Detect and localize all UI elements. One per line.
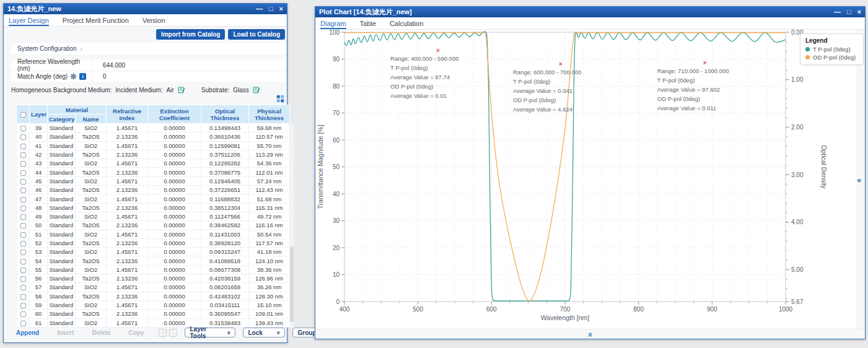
gear-icon[interactable]	[70, 73, 77, 80]
table-row[interactable]: 50StandardTa2O52.132360.000000.384625821…	[17, 221, 290, 230]
table-cell[interactable]: 2.13236	[107, 168, 148, 176]
table-cell[interactable]: 2.13236	[107, 133, 148, 141]
table-cell[interactable]: 109.01 nm	[249, 310, 290, 318]
table-cell[interactable]: 0.13498443	[201, 124, 249, 133]
tab-layer-design[interactable]: Layer Design	[9, 14, 49, 26]
table-cell[interactable]: 0.36095547	[201, 310, 249, 318]
table-cell[interactable]: Standard	[48, 248, 76, 256]
table-cell[interactable]: Standard	[48, 124, 76, 133]
table-cell[interactable]: Ta2O5	[76, 238, 107, 247]
table-cell[interactable]: Standard	[48, 186, 76, 194]
table-cell[interactable]: Ta2O5	[76, 133, 107, 141]
table-row[interactable]: 49StandardSiO21.456710.000000.1124756649…	[17, 212, 290, 220]
table-cell[interactable]: 0.42483102	[201, 292, 249, 300]
table-cell[interactable]: Standard	[48, 159, 76, 168]
table-cell[interactable]: 2.13236	[107, 310, 148, 318]
table-cell[interactable]: 0.00000	[148, 248, 201, 256]
table-cell[interactable]: 1.45671	[107, 283, 148, 292]
table-cell[interactable]: 55.70 nm	[249, 141, 290, 150]
table-cell[interactable]: 2.13236	[107, 203, 148, 212]
table-cell[interactable]: 0.00000	[148, 203, 201, 212]
table-cell[interactable]: 40	[30, 133, 48, 141]
table-cell[interactable]: 0.36610436	[201, 133, 249, 141]
table-cell[interactable]: 44	[30, 168, 48, 176]
row-checkbox[interactable]	[20, 259, 26, 264]
table-cell[interactable]: 2.13236	[107, 274, 148, 283]
table-cell[interactable]: SiO2	[76, 124, 107, 133]
table-row[interactable]: 45StandardSiO21.456710.000000.1294640557…	[17, 176, 290, 185]
collapse-panel-left-icon[interactable]: «	[857, 175, 861, 184]
table-cell[interactable]: 39	[30, 124, 48, 133]
col-header-physical-thickness[interactable]: Physical Thickness	[249, 105, 290, 124]
table-cell[interactable]: 2.13236	[107, 221, 148, 230]
table-cell[interactable]: Standard	[48, 194, 76, 203]
table-cell[interactable]: 0.12295282	[201, 159, 249, 168]
row-checkbox[interactable]	[20, 161, 26, 167]
edit-substrate-icon[interactable]	[253, 86, 260, 94]
legend-entry[interactable]: T P-pol (0deg)	[805, 46, 858, 53]
table-cell[interactable]: 2.13236	[107, 150, 148, 159]
row-checkbox[interactable]	[20, 294, 26, 300]
table-row[interactable]: 47StandardSiO21.456710.000000.1168883251…	[17, 194, 290, 203]
table-cell[interactable]: 58	[30, 292, 48, 300]
table-cell[interactable]: 0.00000	[148, 141, 201, 150]
table-cell[interactable]: 110.57 nm	[249, 133, 290, 141]
table-cell[interactable]: SiO2	[76, 230, 107, 238]
table-cell[interactable]: 0.00000	[148, 124, 201, 133]
table-cell[interactable]: 0.00000	[148, 292, 201, 300]
table-cell[interactable]: 57	[30, 283, 48, 292]
table-cell[interactable]: 113.29 nm	[249, 150, 290, 159]
row-checkbox[interactable]	[20, 250, 26, 255]
table-cell[interactable]: Standard	[48, 283, 76, 292]
table-cell[interactable]: 0.00000	[148, 230, 201, 238]
table-cell[interactable]: 2.13236	[107, 238, 148, 247]
table-cell[interactable]: Standard	[48, 141, 76, 150]
row-checkbox[interactable]	[20, 134, 26, 140]
table-row[interactable]: 40StandardTa2O52.132360.000000.366104361…	[17, 133, 290, 141]
right-window-titlebar[interactable]: Plot Chart [14.负滤光片_new] — □ ×	[315, 7, 865, 17]
table-cell[interactable]: Standard	[48, 133, 76, 141]
row-checkbox[interactable]	[20, 223, 26, 228]
table-cell[interactable]: Standard	[48, 150, 76, 159]
table-cell[interactable]: 1.45671	[107, 194, 148, 203]
table-cell[interactable]: 2.13236	[107, 256, 148, 265]
table-cell[interactable]: SiO2	[76, 248, 107, 256]
table-cell[interactable]: 139.43 nm	[249, 318, 290, 327]
reference-wavelength-value[interactable]: 644.000	[92, 62, 125, 69]
table-cell[interactable]: 0.38462582	[201, 221, 249, 230]
table-cell[interactable]: 1.45671	[107, 124, 148, 133]
table-cell[interactable]: SiO2	[76, 283, 107, 292]
table-cell[interactable]: 0.38512304	[201, 203, 249, 212]
table-cell[interactable]: 38.36 nm	[249, 265, 290, 274]
load-to-catalog-button[interactable]: Load to Catalog	[228, 29, 285, 40]
table-cell[interactable]: 0.11688832	[201, 194, 249, 203]
col-header-layer[interactable]: Layer	[30, 105, 48, 124]
table-cell[interactable]: Standard	[48, 212, 76, 220]
table-scrollbar-thumb[interactable]	[290, 246, 294, 322]
table-cell[interactable]: 2.13236	[107, 292, 148, 300]
row-checkbox[interactable]	[20, 285, 26, 290]
table-cell[interactable]: 117.57 nm	[249, 238, 290, 247]
table-cell[interactable]: 56	[30, 274, 48, 283]
table-cell[interactable]: Standard	[48, 238, 76, 247]
table-cell[interactable]: Ta2O5	[76, 168, 107, 176]
table-cell[interactable]: 0.00000	[148, 159, 201, 168]
table-cell[interactable]: 53	[30, 248, 48, 256]
row-checkbox[interactable]	[20, 197, 26, 202]
table-cell[interactable]: SiO2	[76, 141, 107, 150]
table-scrollbar[interactable]	[290, 124, 294, 328]
table-cell[interactable]: 61	[30, 318, 48, 327]
table-cell[interactable]: 0.37511206	[201, 150, 249, 159]
table-cell[interactable]: 1.45671	[107, 265, 148, 274]
row-checkbox[interactable]	[20, 276, 26, 282]
table-cell[interactable]: 0.12946405	[201, 176, 249, 185]
table-cell[interactable]: 0.11431003	[201, 230, 249, 238]
table-cell[interactable]: 0.37226651	[201, 186, 249, 194]
table-cell[interactable]: 45	[30, 176, 48, 185]
table-cell[interactable]: 52	[30, 238, 48, 247]
table-cell[interactable]: 0.38928120	[201, 238, 249, 247]
copy-button[interactable]: Copy	[128, 329, 144, 336]
table-cell[interactable]: SiO2	[76, 265, 107, 274]
table-cell[interactable]: 0.00000	[148, 265, 201, 274]
table-cell[interactable]: 1.45671	[107, 230, 148, 238]
